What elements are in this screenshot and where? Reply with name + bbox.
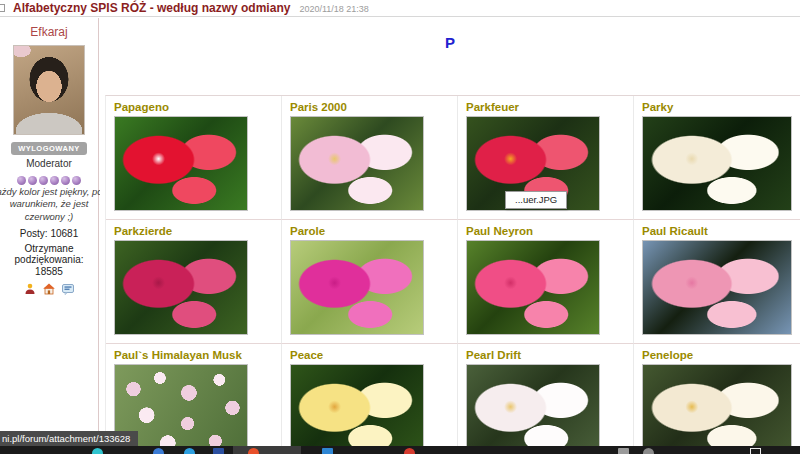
rose-cell: Paul Ricault xyxy=(634,220,800,344)
rose-name-link[interactable]: Paris 2000 xyxy=(290,101,457,113)
rose-cell: Parkfeuer...uer.JPG xyxy=(458,96,634,220)
username-link[interactable]: Efkaraj xyxy=(0,25,98,39)
statusbar-url: ni.pl/forum/attachment/133628 xyxy=(0,431,138,447)
taskbar-white-app-icon[interactable] xyxy=(750,448,761,454)
taskbar-red-app-icon[interactable] xyxy=(404,448,415,454)
rose-photo[interactable] xyxy=(114,116,248,211)
post-count: Posty: 10681 xyxy=(0,228,98,239)
rose-photo[interactable] xyxy=(114,240,248,335)
rating-dot-icon xyxy=(61,176,70,185)
rose-photo[interactable] xyxy=(642,116,792,211)
home-icon[interactable] xyxy=(43,283,55,295)
user-sidebar: Efkaraj WYLOGOWANY Moderator Każdy kolor… xyxy=(0,18,99,454)
post-title-bar: Alfabetyczny SPIS RÓŻ - według nazwy odm… xyxy=(0,0,800,17)
post-timestamp: 2020/11/18 21:38 xyxy=(299,2,368,14)
rose-name-link[interactable]: Pearl Drift xyxy=(466,349,633,361)
rose-name-link[interactable]: Peace xyxy=(290,349,457,361)
image-filename-tooltip: ...uer.JPG xyxy=(505,191,567,209)
windows-taskbar xyxy=(0,446,800,454)
rose-name-link[interactable]: Paul Neyron xyxy=(466,225,633,237)
thanks-count: 18585 xyxy=(0,266,98,277)
user-avatar[interactable] xyxy=(13,45,85,135)
rose-cell: Paul Neyron xyxy=(458,220,634,344)
user-role: Moderator xyxy=(0,158,98,169)
rating-dot-icon xyxy=(72,176,81,185)
rating-dot-icon xyxy=(39,176,48,185)
rose-cell: Papageno xyxy=(106,96,282,220)
rose-photo[interactable] xyxy=(290,364,424,454)
rose-name-link[interactable]: Parky xyxy=(642,101,800,113)
post-title: Alfabetyczny SPIS RÓŻ - według nazwy odm… xyxy=(13,1,290,15)
rating-dot-icon xyxy=(17,176,26,185)
forum-page: Alfabetyczny SPIS RÓŻ - według nazwy odm… xyxy=(0,0,800,454)
rose-cell: Parole xyxy=(282,220,458,344)
section-letter: P xyxy=(100,34,800,51)
rose-photo[interactable] xyxy=(290,116,424,211)
rose-name-link[interactable]: Parkfeuer xyxy=(466,101,633,113)
rose-photo[interactable] xyxy=(290,240,424,335)
rose-photo[interactable] xyxy=(466,240,600,335)
status-badge: WYLOGOWANY xyxy=(11,142,87,155)
rose-name-link[interactable]: Paul Ricault xyxy=(642,225,800,237)
taskbar-teal-app-icon[interactable] xyxy=(92,448,103,454)
profile-action-icons xyxy=(0,283,98,295)
rose-cell: Paris 2000 xyxy=(282,96,458,220)
thanks-label: Otrzymane podziękowania: xyxy=(0,243,108,265)
taskbar-active-app-icon[interactable] xyxy=(248,448,259,454)
rating-dot-icon xyxy=(28,176,37,185)
rose-grid: PapagenoParis 2000Parkfeuer...uer.JPGPar… xyxy=(105,95,800,454)
rose-cell: Parky xyxy=(634,96,800,220)
taskbar-active-slot[interactable] xyxy=(233,446,301,454)
rose-cell: Pearl Drift xyxy=(458,344,634,454)
rating-dots xyxy=(0,171,98,181)
rose-photo[interactable] xyxy=(466,364,600,454)
rose-name-link[interactable]: Paul`s Himalayan Musk xyxy=(114,349,281,361)
post-content: P PapagenoParis 2000Parkfeuer...uer.JPGP… xyxy=(100,18,800,454)
rose-cell: Parkzierde xyxy=(106,220,282,344)
post-collapse-icon[interactable] xyxy=(0,4,5,12)
taskbar-gray-app-1-icon[interactable] xyxy=(618,448,629,454)
taskbar-blue-app-1-icon[interactable] xyxy=(153,448,164,454)
rose-photo[interactable] xyxy=(642,240,792,335)
rating-dot-icon xyxy=(50,176,59,185)
rose-cell: Peace xyxy=(282,344,458,454)
rose-name-link[interactable]: Parkzierde xyxy=(114,225,281,237)
taskbar-navy-app-icon[interactable] xyxy=(213,448,224,454)
taskbar-blue-app-2-icon[interactable] xyxy=(184,448,195,454)
rose-name-link[interactable]: Parole xyxy=(290,225,457,237)
user-profile-icon[interactable] xyxy=(24,283,36,295)
taskbar-gray-app-2-icon[interactable] xyxy=(643,448,654,454)
private-message-icon[interactable] xyxy=(62,283,74,295)
taskbar-blue-app-3-icon[interactable] xyxy=(322,448,333,454)
rose-photo[interactable] xyxy=(642,364,792,454)
user-signature: Każdy kolor jest piękny, pod warunkiem, … xyxy=(0,186,108,223)
rose-name-link[interactable]: Penelope xyxy=(642,349,800,361)
rose-cell: Penelope xyxy=(634,344,800,454)
rose-name-link[interactable]: Papageno xyxy=(114,101,281,113)
